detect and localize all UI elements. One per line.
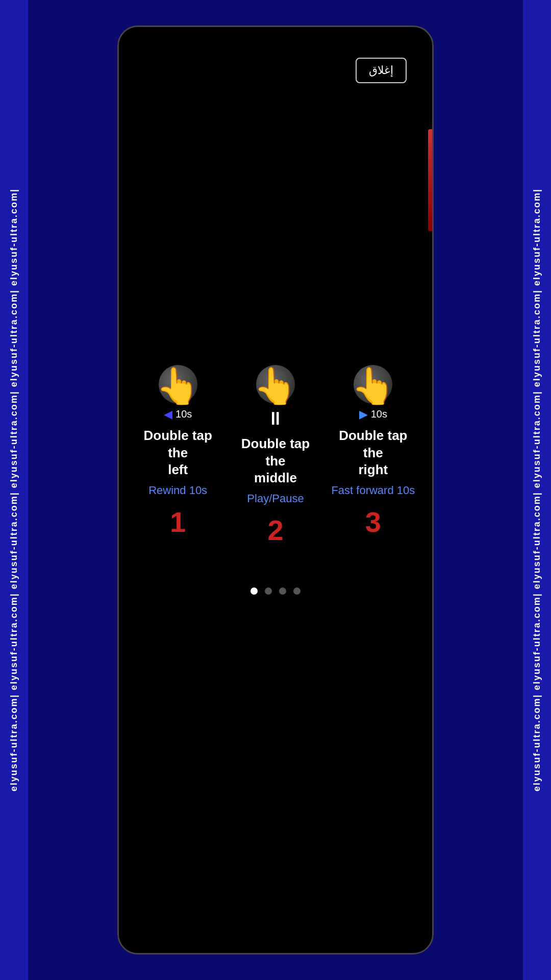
hand-emoji-middle: 👆 — [253, 368, 297, 404]
action-indicator-left: ◀ 10s — [164, 408, 192, 421]
tap-circle-right: 👆 — [354, 365, 392, 404]
gesture-item-middle: 👆 ⏸ Double tap the middle Play/Pause 2 — [232, 365, 319, 547]
action-indicator-right: ▶ 10s — [359, 408, 387, 421]
gestures-row: 👆 ◀ 10s Double tap the left Rewind 10s 1 — [129, 365, 422, 547]
dot-3[interactable] — [279, 587, 286, 595]
pause-icon: ⏸ — [266, 408, 285, 429]
hand-emoji-left: 👆 — [156, 368, 200, 404]
step-number-left: 1 — [170, 505, 186, 538]
gesture-item-right: 👆 ▶ 10s Double tap the right Fast forwar… — [329, 365, 417, 538]
tap-circle-middle: 👆 — [256, 365, 295, 404]
gesture-icon-right: 👆 — [354, 365, 392, 404]
gesture-icon-middle: 👆 — [256, 365, 295, 404]
dot-2[interactable] — [265, 587, 272, 595]
hand-emoji-right: 👆 — [351, 368, 395, 404]
dot-1[interactable] — [251, 587, 258, 595]
tap-circle-left: 👆 — [159, 365, 197, 404]
gesture-subtitle-left: Rewind 10s — [148, 484, 207, 497]
watermark-right: elyusuf-ultra.com| elyusuf-ultra.com| el… — [523, 0, 551, 980]
watermark-left: elyusuf-ultra.com| elyusuf-ultra.com| el… — [0, 0, 28, 980]
close-button[interactable]: إغلاق — [356, 58, 407, 83]
phone-frame: إغلاق 👆 ◀ 10s Double tap the — [117, 26, 434, 954]
gesture-subtitle-right: Fast forward 10s — [331, 484, 415, 497]
gesture-title-left: Double tap the left — [134, 427, 222, 479]
arrow-right-icon: ▶ — [359, 408, 368, 421]
gesture-icon-left: 👆 — [159, 365, 197, 404]
dot-4[interactable] — [293, 587, 300, 595]
forward-label: 10s — [371, 408, 387, 420]
gesture-title-right: Double tap the right — [329, 427, 417, 479]
step-number-right: 3 — [365, 505, 381, 538]
arrow-left-icon: ◀ — [164, 408, 172, 421]
dots-row — [251, 587, 300, 595]
gesture-item-left: 👆 ◀ 10s Double tap the left Rewind 10s 1 — [134, 365, 222, 538]
content-area: 👆 ◀ 10s Double tap the left Rewind 10s 1 — [119, 27, 432, 953]
phone-inner: إغلاق 👆 ◀ 10s Double tap the — [119, 27, 432, 953]
gesture-subtitle-middle: Play/Pause — [247, 492, 304, 505]
side-accent — [428, 129, 432, 231]
gesture-title-middle: Double tap the middle — [232, 435, 319, 487]
step-number-middle: 2 — [267, 513, 283, 547]
rewind-label: 10s — [176, 408, 192, 420]
